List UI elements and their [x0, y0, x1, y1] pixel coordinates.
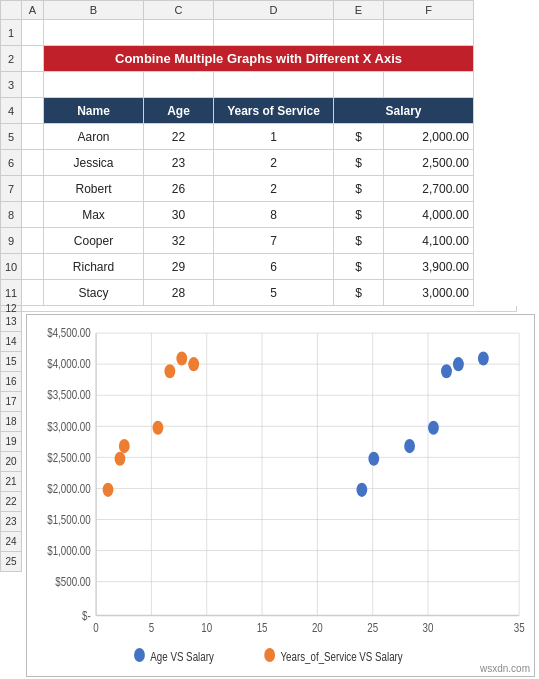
cell-service-1[interactable]: 2	[214, 150, 334, 176]
cell-F1[interactable]	[384, 20, 474, 46]
cell-salary-0[interactable]: 2,000.00	[384, 124, 474, 150]
cell-service-3[interactable]: 8	[214, 202, 334, 228]
cell-age-6[interactable]: 28	[144, 280, 214, 306]
cell-dollar-2: $	[334, 176, 384, 202]
col-header-B: B	[44, 0, 144, 20]
chart-area: $4,500.00 $4,000.00 $3,500.00 $3,000.00 …	[26, 314, 535, 677]
cell-B1[interactable]	[44, 20, 144, 46]
svg-text:$1,500.00: $1,500.00	[47, 513, 90, 526]
header-service: Years of Service	[214, 98, 334, 124]
age-point-6	[428, 421, 439, 435]
service-point-3	[188, 357, 199, 371]
cell-C3[interactable]	[144, 72, 214, 98]
col-header-F: F	[384, 0, 474, 20]
age-point-1	[368, 452, 379, 466]
svg-text:0: 0	[93, 621, 98, 634]
cell-salary-2[interactable]: 2,700.00	[384, 176, 474, 202]
svg-text:15: 15	[257, 621, 268, 634]
header-name: Name	[44, 98, 144, 124]
cell-A11[interactable]	[22, 280, 44, 306]
svg-text:$4,500.00: $4,500.00	[47, 326, 90, 339]
cell-A1[interactable]	[22, 20, 44, 46]
svg-text:$-: $-	[82, 609, 91, 622]
service-point-0	[103, 483, 114, 497]
cell-age-5[interactable]: 29	[144, 254, 214, 280]
header-age: Age	[144, 98, 214, 124]
row-10: 10 Richard 29 6 $ 3,900.00	[0, 254, 539, 280]
svg-text:30: 30	[423, 621, 434, 634]
cell-A2[interactable]	[22, 46, 44, 72]
cell-name-3[interactable]: Max	[44, 202, 144, 228]
age-point-4	[478, 351, 489, 365]
cell-A4[interactable]	[22, 98, 44, 124]
cell-D1[interactable]	[214, 20, 334, 46]
cell-name-5[interactable]: Richard	[44, 254, 144, 280]
svg-text:20: 20	[312, 621, 323, 634]
cell-A3[interactable]	[22, 72, 44, 98]
watermark: wsxdn.com	[480, 663, 530, 674]
svg-text:5: 5	[149, 621, 154, 634]
cell-age-1[interactable]: 23	[144, 150, 214, 176]
cell-age-3[interactable]: 30	[144, 202, 214, 228]
cell-dollar-5: $	[334, 254, 384, 280]
cell-A9[interactable]	[22, 228, 44, 254]
cell-E1[interactable]	[334, 20, 384, 46]
cell-salary-1[interactable]: 2,500.00	[384, 150, 474, 176]
cell-dollar-1: $	[334, 150, 384, 176]
legend-service-label: Years_of_Service VS Salary	[281, 649, 404, 662]
cell-C1[interactable]	[144, 20, 214, 46]
cell-name-2[interactable]: Robert	[44, 176, 144, 202]
cell-age-4[interactable]: 32	[144, 228, 214, 254]
cell-service-4[interactable]: 7	[214, 228, 334, 254]
service-point-4	[176, 351, 187, 365]
header-salary: Salary	[334, 98, 474, 124]
cell-F3[interactable]	[384, 72, 474, 98]
row-1: 1	[0, 20, 539, 46]
row-4: 4 Name Age Years of Service Salary	[0, 98, 539, 124]
row-6: 6 Jessica 23 2 $ 2,500.00	[0, 150, 539, 176]
chart-row: 13 14 15 16 17 18 19 20 21 22 23 24 25	[0, 312, 539, 679]
cell-A10[interactable]	[22, 254, 44, 280]
chart-svg: $4,500.00 $4,000.00 $3,500.00 $3,000.00 …	[31, 319, 530, 672]
svg-text:$3,500.00: $3,500.00	[47, 388, 90, 401]
cell-service-2[interactable]: 2	[214, 176, 334, 202]
cell-A6[interactable]	[22, 150, 44, 176]
cell-name-1[interactable]: Jessica	[44, 150, 144, 176]
svg-text:10: 10	[201, 621, 212, 634]
legend-age-dot	[134, 648, 145, 662]
cell-salary-4[interactable]: 4,100.00	[384, 228, 474, 254]
cell-name-6[interactable]: Stacy	[44, 280, 144, 306]
service-point-1	[115, 452, 126, 466]
cell-service-6[interactable]: 5	[214, 280, 334, 306]
col-header-E: E	[334, 0, 384, 20]
row-8: 8 Max 30 8 $ 4,000.00	[0, 202, 539, 228]
cell-service-5[interactable]: 6	[214, 254, 334, 280]
cell-service-0[interactable]: 1	[214, 124, 334, 150]
svg-text:$2,500.00: $2,500.00	[47, 450, 90, 463]
row-5: 5 Aaron 22 1 $ 2,000.00	[0, 124, 539, 150]
service-point-6	[152, 421, 163, 435]
title-cell: Combine Multiple Graphs with Different X…	[44, 46, 474, 72]
age-point-2	[404, 439, 415, 453]
legend-age-label: Age VS Salary	[150, 649, 214, 662]
cell-age-2[interactable]: 26	[144, 176, 214, 202]
service-point-5	[164, 364, 175, 378]
cell-A8[interactable]	[22, 202, 44, 228]
cell-A5[interactable]	[22, 124, 44, 150]
svg-text:$4,000.00: $4,000.00	[47, 357, 90, 370]
cell-age-0[interactable]: 22	[144, 124, 214, 150]
cell-A7[interactable]	[22, 176, 44, 202]
cell-name-0[interactable]: Aaron	[44, 124, 144, 150]
cell-E3[interactable]	[334, 72, 384, 98]
column-headers: A B C D E F	[0, 0, 539, 20]
cell-salary-3[interactable]: 4,000.00	[384, 202, 474, 228]
cell-D3[interactable]	[214, 72, 334, 98]
cell-salary-6[interactable]: 3,000.00	[384, 280, 474, 306]
cell-B3[interactable]	[44, 72, 144, 98]
service-point-2	[119, 439, 130, 453]
cell-salary-5[interactable]: 3,900.00	[384, 254, 474, 280]
cell-dollar-3: $	[334, 202, 384, 228]
svg-text:25: 25	[367, 621, 378, 634]
row-2: 2 Combine Multiple Graphs with Different…	[0, 46, 539, 72]
cell-name-4[interactable]: Cooper	[44, 228, 144, 254]
